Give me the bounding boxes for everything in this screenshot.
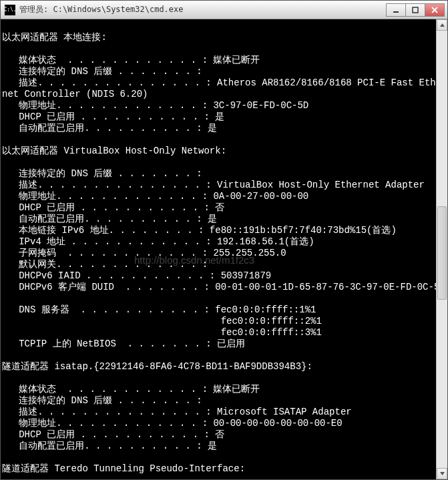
console-line <box>2 350 447 361</box>
scroll-thumb[interactable] <box>437 206 447 300</box>
console-line: 描述. . . . . . . . . . . . . . . : Micros… <box>2 407 447 418</box>
console-line: 隧道适配器 isatap.{22912146-8FA6-4C78-BD11-BA… <box>2 361 447 373</box>
console-line: 物理地址. . . . . . . . . . . . . : 00-00-00… <box>2 418 447 429</box>
console-line: 自动配置已启用. . . . . . . . . . : 是 <box>2 123 447 134</box>
console-line: 默认网关. . . . . . . . . . . . . : <box>2 259 447 270</box>
console-line: 物理地址. . . . . . . . . . . . . : 0A-00-27… <box>2 191 447 202</box>
svg-marker-4 <box>440 23 445 27</box>
console-line: 以太网适配器 VirtualBox Host-Only Network: <box>2 146 447 157</box>
console-output[interactable]: 以太网适配器 本地连接: 媒体状态 . . . . . . . . . . . … <box>1 19 447 479</box>
console-line: 自动配置已启用. . . . . . . . . . : 是 <box>2 441 447 452</box>
console-line: 本地链接 IPv6 地址. . . . . . . . : fe80::191b… <box>2 225 447 236</box>
console-line: 物理地址. . . . . . . . . . . . . : 3C-97-0E… <box>2 100 447 111</box>
console-line: 描述. . . . . . . . . . . . . . . : Athero… <box>2 77 447 89</box>
console-line: 连接特定的 DNS 后缀 . . . . . . . : <box>2 168 447 180</box>
svg-rect-1 <box>413 7 418 13</box>
svg-marker-5 <box>440 472 445 475</box>
close-button[interactable] <box>425 3 445 17</box>
vertical-scrollbar[interactable] <box>436 19 447 479</box>
console-line: IPv4 地址 . . . . . . . . . . . . : 192.16… <box>2 236 447 248</box>
console-line: DHCP 已启用 . . . . . . . . . . . : 否 <box>2 202 447 214</box>
console-line <box>2 134 447 146</box>
console-line: DHCP 已启用 . . . . . . . . . . . : 否 <box>2 429 447 441</box>
console-line: TCPIP 上的 NetBIOS . . . . . . . : 已启用 <box>2 338 447 350</box>
console-line: 以太网适配器 本地连接: <box>2 32 447 43</box>
console-line: 连接特定的 DNS 后缀 . . . . . . . : <box>2 395 447 407</box>
console-line: DHCPv6 客户端 DUID . . . . . . . : 00-01-00… <box>2 282 447 293</box>
console-line: DHCP 已启用 . . . . . . . . . . . : 是 <box>2 111 447 123</box>
console-line: 隧道适配器 Teredo Tunneling Pseudo-Interface: <box>2 463 447 475</box>
maximize-button[interactable] <box>405 3 425 17</box>
window-title: 管理员: C:\Windows\System32\cmd.exe <box>19 4 387 15</box>
console-line <box>2 452 447 463</box>
scroll-up-arrow[interactable] <box>437 19 447 31</box>
console-line <box>2 293 447 304</box>
scroll-down-arrow[interactable] <box>437 468 447 479</box>
console-line <box>2 21 447 32</box>
console-line: fec0:0:0:ffff::3%1 <box>2 327 447 338</box>
console-line: 连接特定的 DNS 后缀 . . . . . . . : <box>2 66 447 77</box>
console-line: 媒体状态 . . . . . . . . . . . . : 媒体已断开 <box>2 384 447 395</box>
console-line: DNS 服务器 . . . . . . . . . . . : fec0:0:0… <box>2 304 447 316</box>
console-line <box>2 157 447 168</box>
console-line <box>2 475 447 479</box>
console-line: 子网掩码 . . . . . . . . . . . . : 255.255.2… <box>2 248 447 259</box>
cmd-icon: C:\. <box>5 5 15 15</box>
console-line <box>2 373 447 384</box>
minimize-button[interactable] <box>386 3 406 17</box>
window-controls <box>387 3 445 17</box>
console-line: 自动配置已启用. . . . . . . . . . : 是 <box>2 214 447 225</box>
console-line: 描述. . . . . . . . . . . . . . . : Virtua… <box>2 180 447 191</box>
console-line: net Controller (NDIS 6.20) <box>2 89 447 100</box>
console-line: fec0:0:0:ffff::2%1 <box>2 316 447 327</box>
window-titlebar: C:\. 管理员: C:\Windows\System32\cmd.exe <box>1 1 447 19</box>
console-line: DHCPv6 IAID . . . . . . . . . . . : 5039… <box>2 270 447 282</box>
console-line: 媒体状态 . . . . . . . . . . . . : 媒体已断开 <box>2 55 447 66</box>
console-line <box>2 43 447 55</box>
